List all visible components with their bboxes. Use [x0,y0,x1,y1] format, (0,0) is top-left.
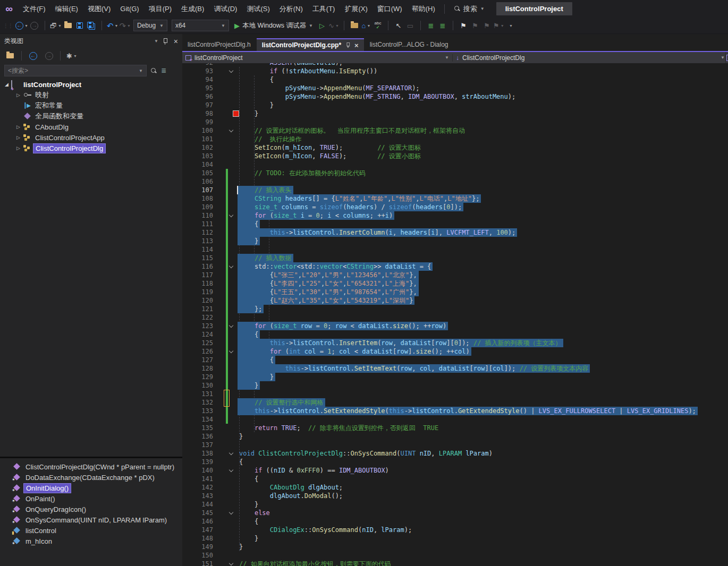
fold-chevron-icon[interactable] [229,213,233,217]
search-icon[interactable] [151,68,157,74]
code-line-98[interactable]: 98 } [182,109,728,118]
code-line-126[interactable]: 126 for (int col = 1; col < dataList[row… [182,347,728,356]
code-line-105[interactable]: 105 // TODO: 在此添加额外的初始化代码 [182,169,728,177]
document-tab-0[interactable]: listControlProjectDlg.h [182,38,256,51]
menu-item-3[interactable]: Git(G) [115,0,143,18]
tree-item-ClistControlProjectDlg[interactable]: ▷ClistControlProjectDlg [0,143,182,153]
code-line-110[interactable]: 110 for (size_t i = 0; i < columns; ++i) [182,211,728,220]
navbar-type-combobox[interactable]: ↓ ClistControlProjectDlg ▼ [452,54,728,62]
fold-chevron-icon[interactable] [229,128,233,132]
code-line-97[interactable]: 97 } [182,101,728,109]
member-item-1[interactable]: ✶DoDataExchange(CDataExchange * pDX) [0,472,182,483]
member-item-3[interactable]: ✶OnPaint() [0,493,182,504]
code-line-96[interactable]: 96 pSysMenu->AppendMenu(MF_STRING, IDM_A… [182,92,728,101]
menu-item-4[interactable]: 项目(P) [144,0,176,18]
navbar-member-combobox[interactable] [725,52,728,63]
fold-chevron-icon[interactable] [229,510,233,514]
menu-item-12[interactable]: 帮助(H) [407,0,440,18]
breakpoint-marker[interactable] [233,110,239,117]
window-position-icon[interactable]: ▼ [154,39,158,44]
code-line-93[interactable]: 93 if (!strAboutMenu.IsEmpty()) [182,67,728,75]
code-line-106[interactable]: 106 [182,177,728,186]
code-line-149[interactable]: 149} [182,543,728,551]
fold-chevron-icon[interactable] [229,349,233,353]
document-tab-2[interactable]: listControlP...ALOG - Dialog [365,38,454,51]
menu-item-0[interactable]: 文件(F) [18,0,50,18]
code-line-131[interactable]: 131 [182,390,728,398]
fold-chevron-icon[interactable] [229,68,233,73]
menu-item-10[interactable]: 扩展(X) [340,0,372,18]
code-line-136[interactable]: 136} [182,432,728,441]
save-all-button[interactable] [86,19,97,32]
code-line-141[interactable]: 141 { [182,475,728,483]
fold-chevron-icon[interactable] [229,323,233,328]
expander-icon[interactable]: ▷ [15,135,22,140]
code-line-151[interactable]: 151// 如果向对话框添加最小化按钮，则需要下面的代码 [182,560,728,566]
add-item-button[interactable]: ⌂▼ [361,19,371,32]
class-view-titlebar[interactable]: 类视图 ▼ × [0,34,182,48]
code-line-123[interactable]: 123 for (size_t row = 0; row < dataList.… [182,322,728,330]
code-line-118[interactable]: 118 {L"李四",L"25",L"女",L"654321",L"上海"}, [182,279,728,288]
undo-button[interactable]: ↶▼ [107,19,118,32]
member-item-5[interactable]: ✶OnSysCommand(UINT nID, LPARAM lParam) [0,514,182,525]
toolbar-grip[interactable]: ⋮⋮ [3,23,13,29]
navigate-forward-button[interactable]: → [29,19,40,32]
navbar-project-combobox[interactable]: listControlProject ▼ [182,54,452,62]
member-item-7[interactable]: ✶m_hIcon [0,536,182,546]
navigate-backward-button[interactable]: ←▼ [15,19,28,32]
code-line-115[interactable]: 115 // 插入数据 [182,254,728,262]
code-line-147[interactable]: 147 CDialogEx::OnSysCommand(nID, lParam)… [182,526,728,534]
code-line-124[interactable]: 124 { [182,330,728,339]
code-line-113[interactable]: 113 } [182,237,728,245]
code-line-108[interactable]: 108 CString headers[] = {L"姓名",L"年龄",L"性… [182,194,728,203]
fold-chevron-icon[interactable] [229,451,233,455]
new-folder-button[interactable] [5,49,15,62]
toolbar-overflow-button[interactable]: ▼ [505,19,516,32]
code-line-146[interactable]: 146 { [182,517,728,526]
tree-item-ClistControlProjectApp[interactable]: ▷ClistControlProjectApp [0,132,182,143]
comment-button[interactable]: ▭ [405,19,416,32]
code-line-148[interactable]: 148 } [182,534,728,543]
code-line-100[interactable]: 100 // 设置此对话框的图标。 当应用程序主窗口不是对话框时，框架将自动 [182,126,728,135]
code-line-135[interactable]: 135 return TRUE; // 除非将焦点设置到控件，否则返回 TRUE [182,424,728,432]
solution-configurations-combobox[interactable]: Debug▼ [133,20,167,31]
class-view-back-button[interactable]: ← [28,49,38,62]
code-line-102[interactable]: 102 SetIcon(m_hIcon, TRUE); // 设置大图标 [182,143,728,152]
code-line-119[interactable]: 119 {L"王五",L"30",L"男",L"987654",L"广州"}, [182,288,728,296]
clear-search-icon[interactable]: ≣ [161,67,166,74]
pin-icon[interactable] [163,38,167,45]
start-without-debugging-button[interactable]: ▷ [317,19,327,32]
expander-icon[interactable]: ▷ [15,145,22,151]
code-line-140[interactable]: 140 if ((nID & 0xFFF0) == IDM_ABOUTBOX) [182,466,728,475]
code-line-137[interactable]: 137 [182,441,728,449]
code-line-129[interactable]: 129 } [182,373,728,381]
code-line-107[interactable]: 107 // 插入表头 [182,186,728,194]
menu-item-9[interactable]: 工具(T) [308,0,340,18]
pin-icon[interactable] [346,42,350,48]
code-line-150[interactable]: 150 [182,551,728,560]
spell-check-button[interactable]: abc✓ [373,19,383,32]
menu-item-6[interactable]: 调试(D) [209,0,242,18]
code-line-145[interactable]: 145 else [182,509,728,517]
code-line-109[interactable]: 109 size_t columns = sizeof(headers) / s… [182,203,728,211]
code-line-133[interactable]: 133 this->listControl.SetExtendedStyle(t… [182,407,728,415]
tree-item-全局函数和变量[interactable]: 全局函数和变量 [0,111,182,122]
code-line-134[interactable]: 134 [182,415,728,424]
code-line-139[interactable]: 139{ [182,458,728,466]
save-button[interactable] [74,19,85,32]
code-line-114[interactable]: 114 [182,245,728,254]
code-editor[interactable]: 92 ASSERT(bNameValid);93 if (!strAboutMe… [182,34,728,566]
member-item-4[interactable]: ✶OnQueryDragIcon() [0,504,182,514]
tree-item-映射[interactable]: ▷映射 [0,90,182,100]
expander-icon[interactable]: ▷ [15,92,22,98]
select-tool-button[interactable]: ↖ [393,19,404,32]
menu-item-11[interactable]: 窗口(W) [373,0,407,18]
code-line-112[interactable]: 112 this->listControl.InsertColumn(i, he… [182,228,728,237]
find-in-files-button[interactable] [349,19,360,32]
code-line-142[interactable]: 142 CAboutDlg dlgAbout; [182,483,728,492]
code-line-128[interactable]: 128 this->listControl.SetItemText(row, c… [182,364,728,373]
new-project-button[interactable]: 🗗▼ [50,19,62,32]
code-line-127[interactable]: 127 { [182,356,728,364]
class-view-settings-button[interactable]: ✱▼ [66,49,77,62]
class-view-forward-button[interactable]: → [44,49,54,62]
